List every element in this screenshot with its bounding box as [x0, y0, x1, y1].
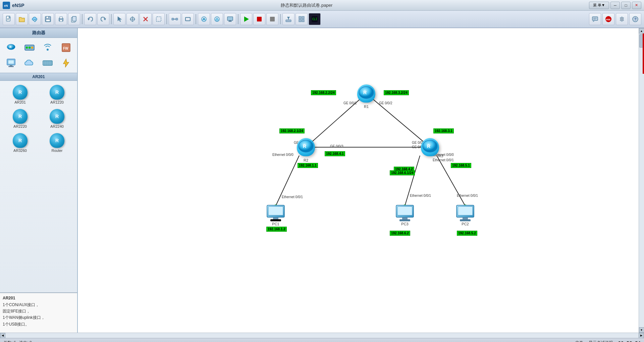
- open-button[interactable]: [16, 13, 28, 25]
- terminal-button[interactable]: CLI: [309, 13, 321, 25]
- connect-tool-button[interactable]: [169, 13, 181, 25]
- toolbar: CLI HW ?: [0, 11, 644, 28]
- svg-point-52: [26, 47, 28, 49]
- device-type-firewall[interactable]: FW: [58, 41, 75, 55]
- box-tool-button[interactable]: [182, 13, 194, 25]
- save-cloud-button[interactable]: [29, 13, 41, 25]
- app-name: eNSP: [12, 3, 24, 8]
- router-r1[interactable]: R: [357, 84, 375, 103]
- device-ar2240[interactable]: R AR2240: [40, 108, 74, 130]
- scroll-track-vertical[interactable]: [639, 34, 644, 327]
- ip-label-r3-eth001-right: 192.168.5.1: [451, 163, 471, 168]
- scrollbar-vertical[interactable]: ▲ ▼: [639, 28, 644, 333]
- device-ar3260[interactable]: R AR3260: [3, 132, 38, 154]
- device-type-pc[interactable]: [3, 56, 20, 70]
- svg-rect-99: [399, 219, 410, 221]
- minimize-button[interactable]: ─: [610, 2, 620, 9]
- stop2-button[interactable]: [266, 13, 278, 25]
- import-button[interactable]: [282, 13, 294, 25]
- undo-button[interactable]: [84, 13, 96, 25]
- router-r2[interactable]: R: [297, 138, 315, 156]
- scroll-right-arrow[interactable]: ▶: [639, 333, 644, 338]
- maximize-button[interactable]: □: [621, 2, 631, 9]
- exam-info-button[interactable]: 显示考试说明: [589, 340, 613, 342]
- device-ar1220[interactable]: R AR1220: [40, 83, 74, 106]
- info-panel-title: AR201: [3, 296, 74, 300]
- chat-button[interactable]: [589, 13, 601, 25]
- router-r3[interactable]: R: [421, 138, 439, 156]
- stop-button[interactable]: [253, 13, 265, 25]
- device-ar2220[interactable]: R AR2220: [3, 108, 38, 130]
- svg-text:FW: FW: [63, 47, 68, 50]
- pc-type-icon: [5, 57, 17, 69]
- save-button[interactable]: [42, 13, 54, 25]
- main-area: 路由器 R: [0, 28, 644, 333]
- monitor-button[interactable]: [224, 13, 236, 25]
- ar3260-label: AR3260: [13, 149, 27, 153]
- svg-rect-7: [46, 16, 48, 18]
- pc1-node[interactable]: [266, 205, 286, 224]
- capture2-button[interactable]: [211, 13, 223, 25]
- help-button[interactable]: ?: [629, 13, 641, 25]
- pc2-node[interactable]: [455, 205, 475, 224]
- submit-button[interactable]: 交卷: [575, 340, 583, 342]
- scroll-track-horizontal[interactable]: [5, 333, 639, 338]
- statusbar-right: 交卷 显示考试说明 00:58:54: [575, 340, 641, 342]
- scroll-left-arrow[interactable]: ◀: [0, 333, 5, 338]
- scroll-down-arrow[interactable]: ▼: [639, 327, 644, 333]
- device-type-switch2[interactable]: [39, 56, 56, 70]
- device-ar201[interactable]: R AR201: [3, 83, 38, 106]
- settings-button[interactable]: [616, 13, 628, 25]
- device-type-power[interactable]: [58, 56, 75, 70]
- device-type-cloud[interactable]: [21, 56, 38, 70]
- select-tool-button[interactable]: [113, 13, 125, 25]
- ar1220-icon: R: [50, 85, 64, 100]
- ip-label-r1-ge001: 192.168.2.2/24: [311, 90, 336, 95]
- router-r1-label: R1: [364, 105, 369, 109]
- power-type-icon: [60, 57, 72, 69]
- device-type-switch[interactable]: [21, 41, 38, 55]
- scroll-up-arrow[interactable]: ▲: [639, 28, 644, 34]
- capture-button[interactable]: [198, 13, 210, 25]
- print-button[interactable]: [55, 13, 67, 25]
- svg-point-53: [29, 47, 31, 49]
- svg-rect-38: [302, 19, 304, 22]
- svg-text:HW: HW: [606, 18, 611, 21]
- svg-rect-8: [46, 19, 50, 21]
- switch-type-icon: [23, 42, 36, 54]
- ar201-label: AR201: [14, 100, 26, 104]
- router-label: Router: [51, 149, 62, 153]
- pc3-node[interactable]: [395, 205, 415, 224]
- svg-point-55: [47, 49, 49, 51]
- ip-label-pc2: 192.168.5.2: [457, 231, 477, 236]
- device-type-router[interactable]: R: [3, 41, 20, 55]
- port-r3-eth001-label: Ethernet 0/0/1: [433, 158, 454, 162]
- huawei-button[interactable]: HW: [602, 13, 614, 25]
- erase-tool-button[interactable]: [153, 13, 165, 25]
- delete-tool-button[interactable]: [140, 13, 152, 25]
- play-button[interactable]: [240, 13, 252, 25]
- device-type-wireless[interactable]: [39, 41, 56, 55]
- switch2-type-icon: [42, 57, 54, 69]
- canvas-area[interactable]: 192.168.2.2/24 192.168.3.2/24 192.168.2.…: [78, 28, 639, 333]
- scrollbar-horizontal[interactable]: ◀ ▶: [0, 333, 644, 338]
- new-button[interactable]: [3, 13, 15, 25]
- split-button[interactable]: [296, 13, 308, 25]
- svg-rect-11: [60, 20, 62, 21]
- wireless-type-icon: [42, 42, 54, 54]
- svg-rect-86: [268, 207, 283, 215]
- move-tool-button[interactable]: [126, 13, 139, 25]
- copy-button[interactable]: [68, 13, 80, 25]
- port-pc2-eth001: Ethernet 0/0/1: [457, 194, 478, 197]
- menu-button[interactable]: 菜 单▼: [589, 2, 609, 9]
- pc2-label: PC2: [462, 222, 469, 226]
- svg-text:CLI: CLI: [312, 18, 317, 21]
- ip-label-r2-eth: 192.168.1.1: [298, 163, 318, 168]
- redo-button[interactable]: [97, 13, 109, 25]
- device-router[interactable]: R Router: [40, 132, 74, 154]
- svg-point-25: [203, 18, 205, 20]
- close-button[interactable]: ✕: [632, 2, 641, 9]
- port-r2-ge003: GE 0/0/3: [330, 145, 343, 148]
- ip-label-r3-eth001: 192.168.6.1/24: [390, 170, 415, 175]
- timer-display: 00:58:54: [618, 340, 641, 342]
